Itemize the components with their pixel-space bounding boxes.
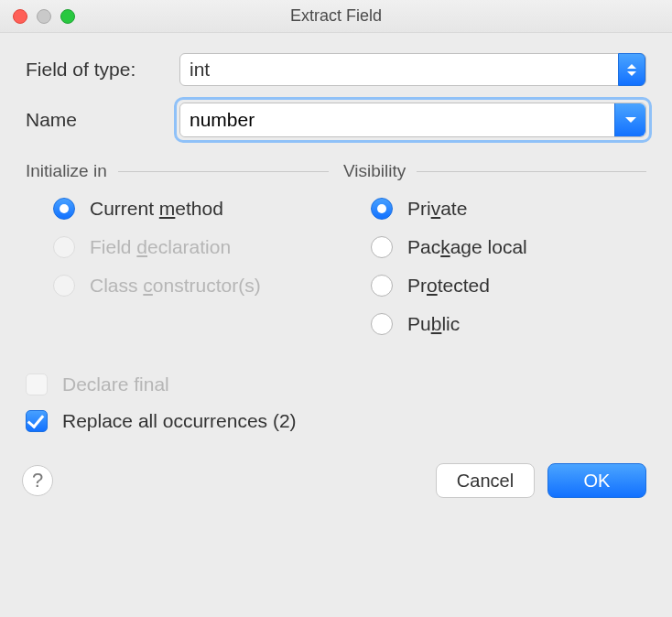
field-type-label: Field of type: [26, 59, 179, 81]
divider [417, 171, 646, 172]
radio-icon[interactable] [371, 236, 393, 258]
radio-public[interactable]: Public [371, 313, 646, 335]
radio-icon [53, 236, 75, 258]
help-button[interactable]: ? [22, 465, 53, 496]
radio-label: Protected [407, 275, 490, 297]
dialog-footer: ? Cancel OK [26, 463, 646, 498]
field-type-combobox[interactable]: int [179, 53, 646, 86]
name-row: Name [26, 103, 646, 137]
divider [118, 171, 329, 172]
minimize-window-button [37, 9, 51, 24]
visibility-group: Visibility Private Package local Protect… [338, 161, 646, 352]
radio-icon[interactable] [371, 198, 393, 220]
window-title: Extract Field [11, 6, 661, 26]
stepper-icon[interactable] [618, 53, 645, 86]
radio-icon [53, 275, 75, 297]
name-combobox[interactable] [179, 103, 646, 137]
radio-label: Public [407, 313, 460, 335]
traffic-lights [13, 9, 75, 24]
field-type-row: Field of type: int [26, 53, 646, 86]
radio-icon[interactable] [53, 198, 75, 220]
radio-label: Private [407, 198, 467, 220]
radio-label: Package local [407, 236, 527, 258]
radio-package-local[interactable]: Package local [371, 236, 646, 258]
name-label: Name [26, 109, 179, 131]
radio-label: Field declaration [90, 236, 231, 258]
radio-label: Class constructor(s) [90, 275, 261, 297]
dropdown-icon[interactable] [614, 103, 645, 136]
radio-icon[interactable] [371, 313, 393, 335]
checkbox-declare-final: Declare final [26, 373, 646, 395]
ok-button[interactable]: OK [547, 463, 646, 498]
close-window-button[interactable] [13, 9, 27, 24]
radio-current-method[interactable]: Current method [53, 198, 329, 220]
radio-private[interactable]: Private [371, 198, 646, 220]
name-input[interactable] [180, 103, 614, 136]
checkbox-icon [26, 373, 48, 395]
titlebar: Extract Field [0, 0, 672, 33]
radio-field-declaration: Field declaration [53, 236, 329, 258]
checkbox-label: Replace all occurrences (2) [62, 410, 297, 432]
visibility-header: Visibility [343, 161, 406, 181]
radio-icon[interactable] [371, 275, 393, 297]
radio-protected[interactable]: Protected [371, 275, 646, 297]
initialize-in-header: Initialize in [26, 161, 107, 181]
radio-class-constructor: Class constructor(s) [53, 275, 329, 297]
zoom-window-button[interactable] [60, 9, 75, 24]
radio-label: Current method [90, 198, 223, 220]
field-type-value: int [190, 59, 210, 81]
checkbox-label: Declare final [62, 373, 169, 395]
initialize-in-group: Initialize in Current method Field decla… [26, 161, 338, 352]
cancel-button[interactable]: Cancel [436, 463, 535, 498]
checkbox-icon[interactable] [26, 410, 48, 432]
checkbox-replace-all[interactable]: Replace all occurrences (2) [26, 410, 646, 432]
